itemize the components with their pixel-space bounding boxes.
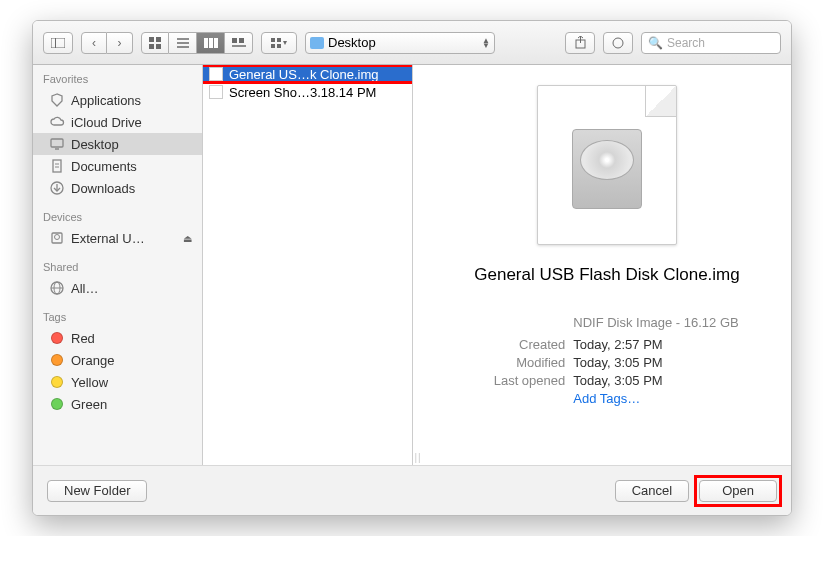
tag-icon <box>612 37 624 49</box>
preview-pane: General USB Flash Disk Clone.img NDIF Di… <box>423 65 791 465</box>
location-label: Desktop <box>328 35 376 50</box>
svg-rect-2 <box>149 37 154 42</box>
open-button[interactable]: Open <box>699 480 777 502</box>
sidebar-item-external-u-[interactable]: External U…⏏ <box>33 227 202 249</box>
svg-rect-11 <box>214 38 218 48</box>
preview-metadata: NDIF Disk Image - 16.12 GB Created Today… <box>475 315 738 406</box>
share-button[interactable] <box>565 32 595 54</box>
search-placeholder: Search <box>667 36 705 50</box>
folder-icon <box>310 37 324 49</box>
modified-label: Modified <box>475 355 565 370</box>
desktop-icon <box>49 136 65 152</box>
disk-icon <box>49 230 65 246</box>
svg-rect-0 <box>51 38 65 48</box>
forward-button[interactable]: › <box>107 32 133 54</box>
open-dialog-window: ‹ › ▾ Desktop ▲▼ <box>32 20 792 516</box>
sidebar-item-label: External U… <box>71 231 145 246</box>
body: FavoritesApplicationsiCloud DriveDesktop… <box>33 65 791 465</box>
lastopened-value: Today, 3:05 PM <box>573 373 738 388</box>
tag-dot-icon <box>49 374 65 390</box>
preview-icon <box>537 85 677 245</box>
sidebar-item-green[interactable]: Green <box>33 393 202 415</box>
tag-dot-icon <box>49 330 65 346</box>
bottom-bar: New Folder Cancel Open <box>33 465 791 515</box>
apps-icon <box>49 92 65 108</box>
sidebar: FavoritesApplicationsiCloud DriveDesktop… <box>33 65 203 465</box>
svg-point-30 <box>55 235 60 240</box>
sidebar-item-all-[interactable]: All… <box>33 277 202 299</box>
svg-rect-17 <box>271 44 275 48</box>
sidebar-item-desktop[interactable]: Desktop <box>33 133 202 155</box>
eject-icon[interactable]: ⏏ <box>183 233 192 244</box>
lastopened-label: Last opened <box>475 373 565 388</box>
file-name: Screen Sho…3.18.14 PM <box>229 85 376 100</box>
svg-rect-12 <box>232 38 237 43</box>
preview-title: General USB Flash Disk Clone.img <box>474 265 739 285</box>
tag-dot-icon <box>49 352 65 368</box>
svg-rect-16 <box>277 38 281 42</box>
chevron-left-icon: ‹ <box>92 36 96 50</box>
grid-icon <box>149 37 161 49</box>
cancel-button[interactable]: Cancel <box>615 480 689 502</box>
icon-view-button[interactable] <box>141 32 169 54</box>
coverflow-view-button[interactable] <box>225 32 253 54</box>
sidebar-item-label: Red <box>71 331 95 346</box>
sidebar-item-label: All… <box>71 281 98 296</box>
list-view-button[interactable] <box>169 32 197 54</box>
view-buttons <box>141 32 253 54</box>
updown-icon: ▲▼ <box>482 38 490 48</box>
sidebar-item-label: Green <box>71 397 107 412</box>
add-tags-link[interactable]: Add Tags… <box>573 391 738 406</box>
new-folder-button[interactable]: New Folder <box>47 480 147 502</box>
cloud-icon <box>49 114 65 130</box>
sidebar-item-icloud-drive[interactable]: iCloud Drive <box>33 111 202 133</box>
sidebar-item-label: Yellow <box>71 375 108 390</box>
sidebar-section-title: Shared <box>33 259 202 275</box>
sidebar-toggle-button[interactable] <box>43 32 73 54</box>
nav-buttons: ‹ › <box>81 32 133 54</box>
down-icon <box>49 180 65 196</box>
sidebar-item-red[interactable]: Red <box>33 327 202 349</box>
column-resize-handle[interactable]: || <box>413 452 423 463</box>
back-button[interactable]: ‹ <box>81 32 107 54</box>
chevron-right-icon: › <box>118 36 122 50</box>
svg-rect-24 <box>53 160 61 172</box>
tags-button[interactable] <box>603 32 633 54</box>
sidebar-section-title: Favorites <box>33 71 202 87</box>
svg-rect-9 <box>204 38 208 48</box>
sidebar-item-label: iCloud Drive <box>71 115 142 130</box>
sidebar-item-label: Documents <box>71 159 137 174</box>
toolbar: ‹ › ▾ Desktop ▲▼ <box>33 21 791 65</box>
sidebar-item-label: Orange <box>71 353 114 368</box>
sidebar-item-orange[interactable]: Orange <box>33 349 202 371</box>
file-item[interactable]: Screen Sho…3.18.14 PM <box>203 83 412 101</box>
sidebar-item-downloads[interactable]: Downloads <box>33 177 202 199</box>
sidebar-item-applications[interactable]: Applications <box>33 89 202 111</box>
file-item[interactable]: General US…k Clone.img <box>203 65 412 83</box>
doc-icon <box>49 158 65 174</box>
sidebar-section-title: Devices <box>33 209 202 225</box>
svg-rect-22 <box>51 139 63 147</box>
column-view-button[interactable] <box>197 32 225 54</box>
sidebar-item-yellow[interactable]: Yellow <box>33 371 202 393</box>
created-value: Today, 2:57 PM <box>573 337 738 352</box>
created-label: Created <box>475 337 565 352</box>
file-icon <box>209 67 223 81</box>
sidebar-item-label: Desktop <box>71 137 119 152</box>
arrange-button[interactable]: ▾ <box>261 32 297 54</box>
tag-dot-icon <box>49 396 65 412</box>
svg-rect-5 <box>156 44 161 49</box>
sidebar-item-documents[interactable]: Documents <box>33 155 202 177</box>
svg-rect-4 <box>149 44 154 49</box>
sidebar-item-label: Downloads <box>71 181 135 196</box>
grid-arrange-icon <box>271 38 281 48</box>
svg-point-21 <box>613 38 623 48</box>
svg-rect-3 <box>156 37 161 42</box>
preview-subtype: NDIF Disk Image - 16.12 GB <box>573 315 738 330</box>
location-popup[interactable]: Desktop ▲▼ <box>305 32 495 54</box>
modified-value: Today, 3:05 PM <box>573 355 738 370</box>
search-icon: 🔍 <box>648 36 663 50</box>
svg-rect-18 <box>277 44 281 48</box>
share-icon <box>575 36 586 49</box>
search-field[interactable]: 🔍 Search <box>641 32 781 54</box>
